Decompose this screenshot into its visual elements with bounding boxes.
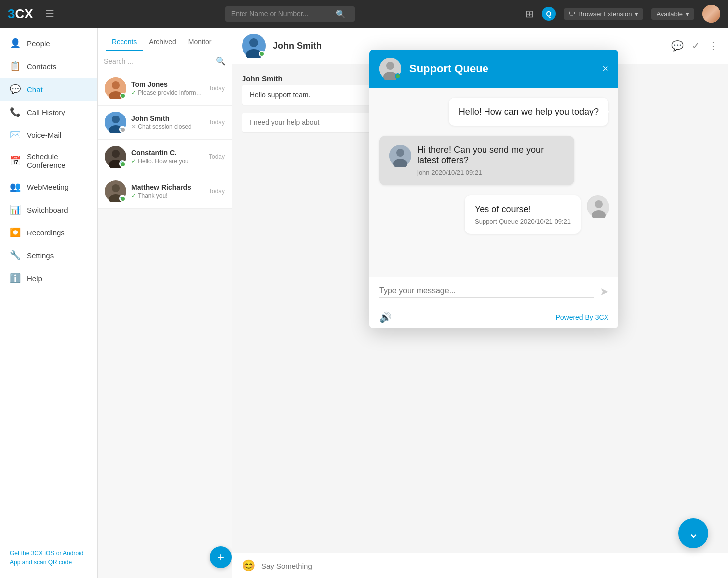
q-badge[interactable]: Q	[542, 7, 556, 21]
message-bubble-right-avatar: Yes of course! Support Queue 2020/10/21 …	[379, 195, 608, 234]
contact-preview: ✓ Hello. How are you	[131, 158, 204, 165]
message-content: Hi there! Can you send me your latest of…	[417, 145, 564, 176]
list-item[interactable]: Tom Jones ✓ Please provide information T…	[98, 71, 232, 106]
search-input[interactable]	[231, 10, 336, 18]
chat-search-input[interactable]	[104, 57, 216, 65]
sidebar-item-contacts[interactable]: 📋 Contacts	[0, 55, 97, 78]
status-dot	[120, 161, 126, 167]
sidebar-item-call-history[interactable]: 📞 Call History	[0, 101, 97, 123]
get-app-link[interactable]: Get the 3CX iOS or Android App and scan …	[10, 550, 83, 566]
sound-button[interactable]: 🔊	[379, 311, 392, 323]
chat-contacts-list: Tom Jones ✓ Please provide information T…	[98, 71, 232, 578]
available-label: Available	[656, 10, 683, 18]
chat-search: 🔍	[98, 51, 232, 71]
support-queue-header: Support Queue ×	[369, 50, 618, 88]
sidebar: 👤 People 📋 Contacts 💬 Chat 📞 Call Histor…	[0, 28, 98, 578]
availability-button[interactable]: Available ▾	[651, 8, 694, 20]
message-timestamp: john 2020/10/21 09:21	[417, 169, 564, 176]
sidebar-item-settings[interactable]: 🔧 Settings	[0, 244, 97, 267]
browser-extension-button[interactable]: 🛡 Browser Extension ▾	[564, 8, 643, 20]
svg-point-1	[112, 81, 120, 89]
sidebar-label-chat: Chat	[27, 85, 43, 94]
svg-point-19	[396, 149, 404, 157]
contact-info: John Smith ✕ Chat session closed	[131, 115, 204, 130]
sidebar-label-schedule: Schedule Conference	[27, 152, 87, 169]
sidebar-item-voice-mail[interactable]: ✉️ Voice-Mail	[0, 123, 97, 146]
sidebar-item-schedule-conference[interactable]: 📅 Schedule Conference	[0, 146, 97, 175]
shield-icon: 🛡	[569, 10, 575, 18]
status-dot	[120, 93, 126, 99]
message-text: Hi there! Can you send me your latest of…	[417, 145, 564, 166]
people-icon: 👤	[10, 38, 21, 49]
list-item[interactable]: ✉ Constantin C. ✓ Hello. How are you Tod…	[98, 140, 232, 174]
check-icon: ✓	[131, 192, 138, 199]
svg-point-16	[386, 62, 394, 70]
scroll-down-fab[interactable]: ⌄	[678, 518, 708, 548]
list-item[interactable]: ✕ John Smith ✕ Chat session closed Today	[98, 106, 232, 140]
sidebar-item-chat[interactable]: 💬 Chat	[0, 78, 97, 101]
close-button[interactable]: ×	[602, 62, 608, 75]
contacts-icon: 📋	[10, 61, 21, 72]
contact-name: Tom Jones	[131, 80, 204, 88]
tab-archived[interactable]: Archived	[143, 34, 182, 51]
topbar: 3CX ☰ 🔍 ⊞ Q 🛡 Browser Extension ▾ Availa…	[0, 0, 728, 28]
webmeeting-icon: 👥	[10, 181, 21, 192]
chat-bubble-icon[interactable]: 💬	[671, 40, 684, 52]
agent-avatar	[587, 195, 608, 217]
contact-info: Tom Jones ✓ Please provide information	[131, 80, 204, 96]
status-dot-main	[259, 51, 265, 57]
support-queue-footer: 🔊 Powered By 3CX	[369, 306, 618, 328]
x-icon: ✕	[131, 123, 138, 130]
avatar	[105, 77, 126, 99]
sidebar-item-people[interactable]: 👤 People	[0, 32, 97, 55]
tab-monitor[interactable]: Monitor	[182, 34, 218, 51]
svg-point-13	[249, 38, 258, 47]
sidebar-item-recordings[interactable]: ⏺️ Recordings	[0, 221, 97, 244]
contact-info: Matthew Richards ✓ Thank you!	[131, 183, 204, 199]
message-timestamp: Support Queue 2020/10/21 09:21	[475, 218, 571, 225]
sidebar-item-switchboard[interactable]: 📊 Switchboard	[0, 198, 97, 221]
search-bar: 🔍	[225, 6, 355, 22]
message-bubble-left: Hi there! Can you send me your latest of…	[379, 136, 574, 185]
avatar: ✉	[105, 146, 126, 168]
call-history-icon: 📞	[10, 107, 21, 117]
contact-preview: ✕ Chat session closed	[131, 123, 204, 130]
sidebar-label-recordings: Recordings	[27, 229, 65, 237]
recordings-icon: ⏺️	[10, 227, 21, 238]
support-queue-message-input[interactable]	[379, 286, 594, 298]
logo: 3CX	[8, 6, 33, 22]
tab-recents[interactable]: Recents	[106, 34, 143, 51]
svg-point-10	[112, 184, 120, 192]
chevron-down-icon: ⌄	[688, 526, 699, 540]
avatar: f	[105, 180, 126, 202]
contact-time: Today	[209, 119, 225, 126]
add-contact-button[interactable]: +	[210, 546, 232, 568]
support-queue-messages: Hello! How can we help you today? Hi the…	[369, 88, 618, 277]
search-icon: 🔍	[336, 9, 346, 19]
list-item[interactable]: f Matthew Richards ✓ Thank you! Today	[98, 174, 232, 209]
chat-icon: 💬	[10, 84, 21, 95]
contact-name: Matthew Richards	[131, 183, 204, 191]
help-icon: ℹ️	[10, 273, 21, 284]
support-queue-avatar	[379, 58, 401, 80]
grid-icon[interactable]: ⊞	[525, 8, 534, 20]
chat-message-input[interactable]	[261, 562, 718, 570]
user-avatar[interactable]	[702, 5, 720, 23]
send-button[interactable]: ➤	[600, 285, 608, 298]
check-mark-icon[interactable]: ✓	[692, 40, 700, 52]
sidebar-item-webmeeting[interactable]: 👥 WebMeeting	[0, 175, 97, 198]
more-options-icon[interactable]: ⋮	[708, 40, 718, 52]
message-text: Yes of course!	[475, 204, 571, 215]
chat-search-icon[interactable]: 🔍	[216, 56, 226, 66]
sidebar-label-settings: Settings	[27, 251, 54, 260]
contact-preview: ✓ Thank you!	[131, 192, 204, 199]
hamburger-icon[interactable]: ☰	[45, 8, 54, 20]
sidebar-label-help: Help	[27, 274, 42, 283]
contact-name: John Smith	[131, 115, 204, 122]
topbar-right: ⊞ Q 🛡 Browser Extension ▾ Available ▾	[525, 5, 720, 23]
sidebar-item-help[interactable]: ℹ️ Help	[0, 267, 97, 290]
schedule-icon: 📅	[10, 155, 21, 166]
support-queue-title: Support Queue	[409, 62, 594, 75]
emoji-button[interactable]: 😊	[242, 559, 255, 572]
chat-list-panel: Recents Archived Monitor 🔍 Tom	[98, 28, 232, 578]
